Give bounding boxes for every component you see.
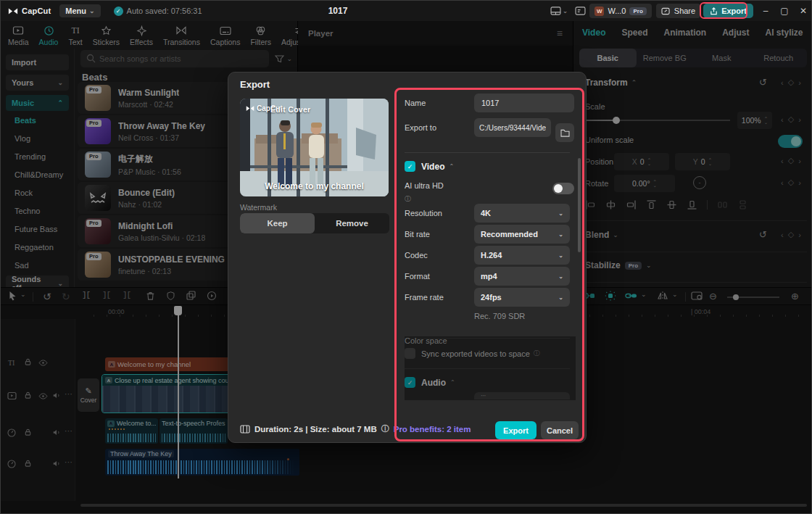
name-input[interactable] <box>474 94 574 112</box>
codec-dropdown[interactable]: H.264⌄ <box>474 246 570 265</box>
watermark-segment: Keep Remove <box>240 213 389 233</box>
document-title: 1017 <box>312 6 363 16</box>
preview-caption: Welcome to my channel <box>240 181 389 191</box>
format-label: Format <box>405 272 430 281</box>
watermark-label: Watermark <box>240 203 277 212</box>
chevron-up-icon[interactable]: ⌃ <box>449 163 454 170</box>
resolution-dropdown[interactable]: 4K⌄ <box>474 204 570 223</box>
saved-check-icon: ✓ <box>114 7 123 16</box>
dialog-scrollbar[interactable] <box>578 158 581 252</box>
app-name: CapCut <box>22 7 51 15</box>
chevron-down-icon: ⌄ <box>558 210 563 217</box>
ai-ultra-hd-label: AI ultra HD <box>405 181 444 190</box>
workspace-chip[interactable]: W W...0 Pro <box>589 4 651 18</box>
workspace-name: W...0 <box>608 7 626 15</box>
export-to-label: Export to <box>405 123 436 132</box>
colorspace-value: Rec. 709 SDR <box>474 312 525 320</box>
export-preview[interactable]: CapCut Edit Cover Welcome to my channel <box>240 99 389 196</box>
chevron-down-icon: ⌄ <box>558 252 563 259</box>
chevron-down-icon: ⌄ <box>89 7 95 14</box>
duration-size-info: Duration: 2s | Size: about 7 MB <box>254 425 377 434</box>
divider <box>405 152 570 153</box>
framerate-dropdown[interactable]: 24fps⌄ <box>474 288 570 307</box>
folder-icon <box>560 129 570 137</box>
video-checkbox[interactable]: ✓ <box>405 161 415 172</box>
bitrate-label: Bit rate <box>405 230 430 239</box>
chevron-down-icon: ⌄ <box>563 7 568 14</box>
export-settings-form: Name Export to ✓ Video ⌃ AI ultra HD <box>405 93 576 400</box>
codec-label: Codec <box>405 251 428 260</box>
layout-icon[interactable]: ⌄ <box>550 7 568 15</box>
dialog-export-button[interactable]: Export <box>495 421 536 439</box>
export-dialog: Export <box>228 72 587 443</box>
app-logo: CapCut <box>8 7 51 15</box>
share-icon <box>661 7 671 15</box>
capcut-logo-icon <box>8 7 18 15</box>
capcut-logo-icon <box>246 105 254 112</box>
workspace-avatar: W <box>594 7 604 16</box>
format-dropdown[interactable]: mp4⌄ <box>474 267 570 286</box>
chevron-down-icon: ⌄ <box>558 231 563 238</box>
ai-ultra-hd-toggle[interactable] <box>552 183 574 194</box>
share-button[interactable]: Share <box>656 4 700 18</box>
panel-toggle-icon[interactable] <box>575 7 586 15</box>
export-icon <box>710 7 718 15</box>
export-path-input[interactable] <box>474 118 551 137</box>
titlebar: CapCut Menu ⌄ ✓ Auto saved: 07:56:31 101… <box>1 1 812 21</box>
watermark-remove-button[interactable]: Remove <box>315 213 389 233</box>
framerate-label: Frame rate <box>405 293 444 302</box>
maximize-button[interactable]: ▢ <box>775 6 794 16</box>
resolution-label: Resolution <box>405 209 442 217</box>
export-button[interactable]: Export <box>703 4 753 18</box>
menu-button[interactable]: Menu ⌄ <box>59 4 100 17</box>
pro-benefits-link[interactable]: Pro benefits: 2 item <box>394 425 471 434</box>
browse-folder-button[interactable] <box>555 123 574 142</box>
pro-badge: Pro <box>629 7 646 15</box>
bitrate-dropdown[interactable]: Recommended⌄ <box>474 225 570 244</box>
video-section-label: Video <box>421 162 444 172</box>
dialog-title: Export <box>240 79 270 90</box>
capcut-window: CapCut Menu ⌄ ✓ Auto saved: 07:56:31 101… <box>0 0 812 514</box>
chevron-down-icon: ⌄ <box>558 294 563 301</box>
autosave-status: ✓ Auto saved: 07:56:31 <box>114 7 202 16</box>
info-icon[interactable]: ⓘ <box>381 423 389 434</box>
edit-cover-button[interactable]: Edit Cover <box>270 105 311 114</box>
close-button[interactable]: ✕ <box>794 6 812 16</box>
name-label: Name <box>405 99 426 107</box>
colorspace-label: Color space <box>405 336 576 400</box>
minimize-button[interactable]: – <box>756 6 775 16</box>
dialog-cancel-button[interactable]: Cancel <box>541 421 579 439</box>
film-icon <box>240 425 250 434</box>
watermark-keep-button[interactable]: Keep <box>240 213 315 233</box>
chevron-down-icon: ⌄ <box>558 273 563 280</box>
help-icon[interactable]: ⓘ <box>405 194 411 204</box>
